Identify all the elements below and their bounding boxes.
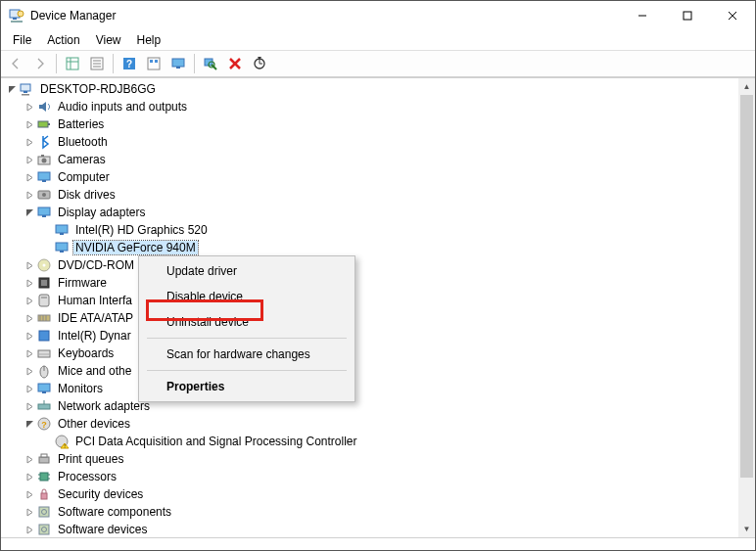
svg-rect-39	[38, 207, 50, 215]
tree-node[interactable]: Human Interfa	[5, 292, 738, 309]
menu-view[interactable]: View	[88, 31, 129, 49]
tree-node-label: Bluetooth	[56, 135, 110, 149]
tree-node[interactable]: Intel(R) HD Graphics 520	[5, 221, 738, 239]
scroll-up-arrow[interactable]: ▲	[738, 78, 755, 95]
tree-node[interactable]: Mice and othe	[5, 362, 738, 380]
expander-icon[interactable]	[23, 470, 36, 483]
scroll-track[interactable]	[738, 478, 755, 521]
tree-node[interactable]: Software devices	[5, 521, 738, 537]
expander-icon[interactable]	[23, 311, 36, 325]
expander-icon[interactable]	[23, 188, 36, 202]
svg-rect-18	[150, 60, 153, 63]
tree-node[interactable]: ?Other devices	[5, 415, 738, 433]
hid-icon	[36, 293, 52, 308]
tree-node[interactable]: Processors	[5, 468, 738, 485]
tree-node[interactable]: !PCI Data Acquisition and Signal Process…	[5, 433, 738, 450]
menu-action[interactable]: Action	[39, 31, 87, 49]
ctx-properties[interactable]: Properties	[141, 374, 353, 399]
tree-node[interactable]: Disk drives	[5, 186, 738, 204]
window-title: Device Manager	[30, 9, 620, 23]
tree-node-label: PCI Data Acquisition and Signal Processi…	[73, 435, 358, 448]
tree-node[interactable]: Network adapters	[5, 397, 738, 415]
tree-node[interactable]: Audio inputs and outputs	[5, 98, 738, 115]
tree-node-label: Audio inputs and outputs	[56, 100, 189, 114]
expander-icon[interactable]	[23, 206, 36, 219]
expander-icon[interactable]	[23, 294, 36, 307]
properties-toolbar-button[interactable]	[86, 53, 108, 74]
help-button[interactable]: ?	[118, 53, 140, 74]
expander-icon[interactable]	[23, 505, 36, 519]
scroll-down-arrow[interactable]: ▼	[738, 521, 755, 537]
update-driver-toolbar-button[interactable]	[249, 53, 270, 74]
expander-icon[interactable]	[23, 153, 36, 166]
tree-node[interactable]: Intel(R) Dynar	[5, 327, 738, 344]
show-hide-tree-button[interactable]	[62, 53, 83, 74]
tree-node-label: Firmware	[56, 276, 109, 290]
svg-rect-21	[176, 67, 180, 69]
ctx-disable-device[interactable]: Disable device	[141, 284, 353, 309]
camera-icon	[36, 152, 52, 167]
uninstall-toolbar-button[interactable]	[224, 53, 246, 74]
expander-icon[interactable]	[23, 346, 36, 360]
expander-icon[interactable]	[23, 276, 36, 290]
minimize-button[interactable]	[620, 1, 665, 30]
svg-point-3	[18, 11, 24, 17]
tree-node[interactable]: DVD/CD-ROM	[5, 256, 738, 274]
tree-node-label: Security devices	[56, 487, 145, 501]
toolbar-separator	[56, 54, 57, 73]
tree-node[interactable]: Print queues	[5, 450, 738, 468]
expander-icon[interactable]	[23, 170, 36, 184]
tree-node-label: Intel(R) HD Graphics 520	[73, 223, 210, 237]
expander-icon[interactable]	[23, 399, 36, 413]
tree-node[interactable]: Firmware	[5, 274, 738, 292]
close-button[interactable]	[710, 1, 755, 30]
disk-icon	[36, 187, 52, 203]
tree-node[interactable]: IDE ATA/ATAP	[5, 309, 738, 327]
tree-node[interactable]: DESKTOP-RDJB6GG	[5, 80, 738, 98]
tree-node[interactable]: NVIDIA GeForce 940M	[5, 239, 738, 256]
bluetooth-icon	[36, 134, 52, 150]
maximize-button[interactable]	[665, 1, 710, 30]
expander-icon[interactable]	[23, 100, 36, 114]
tree-node[interactable]: Computer	[5, 168, 738, 186]
svg-rect-5	[684, 12, 691, 20]
ctx-update-driver[interactable]: Update driver	[141, 258, 353, 284]
tree-node[interactable]: Bluetooth	[5, 133, 738, 151]
expander-icon[interactable]	[23, 117, 36, 131]
svg-rect-55	[39, 331, 49, 341]
software-icon	[36, 522, 52, 537]
expander-icon[interactable]	[23, 329, 36, 343]
tree-node[interactable]: Batteries	[5, 115, 738, 133]
device-tree[interactable]: DESKTOP-RDJB6GGAudio inputs and outputsB…	[1, 78, 738, 537]
menu-help[interactable]: Help	[129, 31, 169, 49]
expander-icon[interactable]	[23, 382, 36, 395]
scroll-thumb[interactable]	[740, 95, 753, 478]
show-hidden-devices-button[interactable]	[167, 53, 189, 74]
expander-icon[interactable]	[23, 452, 36, 466]
tree-node-label: Disk drives	[56, 188, 118, 202]
expander-icon[interactable]	[23, 487, 36, 501]
expander-icon[interactable]	[23, 523, 36, 536]
back-button[interactable]	[5, 53, 26, 74]
computer-icon	[36, 169, 52, 185]
tree-node[interactable]: Cameras	[5, 151, 738, 168]
tree-node[interactable]: Security devices	[5, 485, 738, 503]
expander-icon[interactable]	[23, 364, 36, 378]
tree-node[interactable]: Software components	[5, 503, 738, 521]
action-center-button[interactable]	[143, 53, 165, 74]
tree-node-label: Print queues	[56, 452, 125, 466]
vertical-scrollbar[interactable]: ▲ ▼	[738, 78, 755, 537]
tree-node[interactable]: Keyboards	[5, 344, 738, 362]
tree-node[interactable]: Display adapters	[5, 204, 738, 221]
menu-file[interactable]: File	[5, 31, 39, 49]
ctx-scan-hardware[interactable]: Scan for hardware changes	[141, 342, 353, 367]
scan-hardware-button[interactable]	[200, 53, 221, 74]
forward-button[interactable]	[29, 53, 51, 74]
expander-icon[interactable]	[23, 258, 36, 272]
ctx-uninstall-device[interactable]: Uninstall device	[141, 309, 353, 335]
tree-node[interactable]: Monitors	[5, 380, 738, 397]
expander-icon[interactable]	[5, 82, 19, 96]
menubar: File Action View Help	[1, 30, 755, 50]
expander-icon[interactable]	[23, 135, 36, 149]
expander-icon[interactable]	[23, 417, 36, 431]
